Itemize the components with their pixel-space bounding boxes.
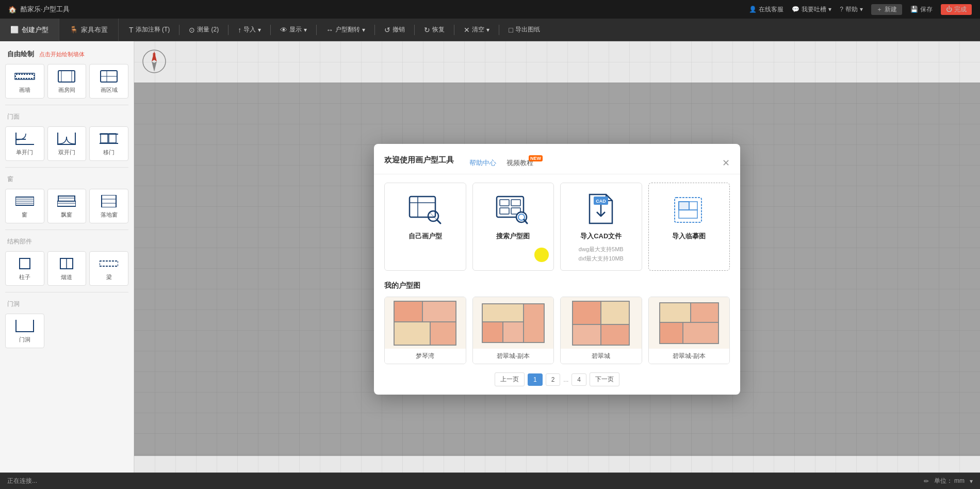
page-btn-1[interactable]: 1 (528, 373, 543, 386)
floor-plan-item[interactable]: 碧翠城-副本 (472, 297, 554, 364)
separator-1 (179, 25, 179, 35)
unit-dropdown-icon[interactable]: ▾ (970, 478, 973, 485)
bay-window-icon (55, 193, 78, 209)
import-cad-title: 导入CAD文件 (580, 232, 622, 241)
page-btn-2[interactable]: 2 (546, 373, 561, 386)
customer-service-btn[interactable]: 👤 在线客服 (749, 5, 783, 14)
sidebar-item-draw-area[interactable]: 画区域 (89, 64, 128, 99)
bay-window-label: 飘窗 (61, 211, 72, 219)
self-draw-title: 自由绘制 点击开始绘制墙体 (0, 46, 134, 61)
clear-btn[interactable]: ✕ 清空 ▾ (459, 23, 495, 36)
floor-window-icon (97, 193, 120, 209)
page-btn-4[interactable]: 4 (571, 373, 586, 386)
floor-plan-item[interactable]: 碧翠城-副本 (648, 297, 730, 364)
svg-rect-8 (15, 133, 17, 145)
sidebar-item-draw-wall[interactable]: 画墙 (5, 64, 44, 99)
sidebar-item-bay-window[interactable]: 飘窗 (47, 189, 87, 223)
sidebar: 自由绘制 点击开始绘制墙体 画墙 (0, 41, 134, 472)
canvas-area[interactable]: N 欢迎使用画户型工具 帮助中心 视频教程 NEW ✕ (134, 41, 980, 472)
feedback-btn[interactable]: 💬 我要吐槽 ▾ (792, 5, 831, 14)
display-dropdown-icon: ▾ (304, 26, 307, 34)
import-sketch-title: 导入临摹图 (672, 232, 706, 241)
new-btn[interactable]: ＋ 新建 (871, 4, 902, 15)
sidebar-item-window[interactable]: 窗 (5, 189, 44, 223)
section-title-window: 窗 (0, 171, 134, 186)
floor-plan-name-2: 碧翠城-副本 (473, 349, 554, 364)
annotate-btn[interactable]: T 添加注释 (T) (124, 23, 175, 36)
flipplan-btn[interactable]: ↔ 户型翻转 ▾ (321, 23, 370, 36)
sidebar-item-sliding-door[interactable]: 移门 (89, 126, 128, 161)
svg-rect-78 (503, 322, 523, 342)
tab-create[interactable]: ⬜ 创建户型 (0, 19, 59, 41)
tab-furniture[interactable]: 🪑 家具布置 (59, 19, 119, 41)
help-btn[interactable]: ? 帮助 ▾ (840, 5, 863, 14)
modal-tab-video[interactable]: 视频教程 NEW (507, 158, 533, 173)
wall-items: 画墙 画房间 (0, 61, 134, 102)
tab-furniture-icon: 🪑 (70, 26, 78, 34)
floor-plan-grid: 梦琴湾 (384, 297, 730, 364)
display-btn[interactable]: 👁 显示 ▾ (275, 23, 312, 36)
draw-wall-label: 画墙 (19, 86, 30, 94)
floor-plan-item[interactable]: 梦琴湾 (384, 297, 466, 364)
restore-btn[interactable]: ↻ 恢复 (419, 23, 450, 36)
beam-label: 梁 (106, 273, 112, 281)
main-layout: 自由绘制 点击开始绘制墙体 画墙 (0, 41, 980, 472)
my-plans-title: 我的户型图 (384, 281, 730, 290)
title-bar-left: 🏠 酷家乐·户型工具 (8, 5, 70, 14)
svg-rect-66 (395, 302, 422, 321)
single-door-label: 单开门 (16, 149, 33, 156)
unit-label: 单位： mm (934, 477, 965, 485)
sidebar-item-beam[interactable]: 梁 (89, 251, 128, 286)
new-badge: NEW (529, 155, 543, 161)
svg-rect-9 (15, 144, 34, 145)
window-label: 窗 (22, 211, 27, 219)
option-search-plan[interactable]: 搜索户型图 (472, 183, 554, 271)
export-btn[interactable]: □ 导出图纸 (503, 23, 545, 36)
prev-page-btn[interactable]: 上一页 (495, 372, 525, 386)
svg-rect-31 (100, 261, 118, 266)
option-cards: 自己画户型 (384, 183, 730, 271)
sidebar-item-single-door[interactable]: 单开门 (5, 126, 44, 161)
floor-plan-thumb-1 (385, 297, 466, 349)
help-icon: ? (840, 6, 843, 13)
option-import-sketch[interactable]: 导入临摹图 (648, 183, 730, 271)
section-title-doorway: 门洞 (0, 296, 134, 311)
floor-plan-name-3: 碧翠城 (561, 349, 642, 364)
save-btn[interactable]: 💾 保存 (910, 5, 933, 14)
import-cad-icon: CAD (580, 192, 622, 227)
doorway-icon (13, 318, 36, 334)
svg-rect-48 (500, 208, 509, 214)
svg-rect-75 (483, 304, 523, 321)
svg-rect-0 (15, 74, 34, 78)
sidebar-item-double-door[interactable]: 双开门 (47, 126, 87, 161)
complete-btn[interactable]: ⏻ 完成 (941, 4, 972, 15)
floor-plan-name-4: 碧翠城-副本 (649, 349, 730, 364)
draw-own-title: 自己画户型 (409, 232, 442, 241)
svg-rect-86 (573, 325, 600, 345)
floor-window-label: 落地窗 (101, 211, 118, 219)
display-icon: 👁 (280, 26, 287, 34)
sidebar-item-pillar[interactable]: 柱子 (5, 251, 44, 286)
measure-btn[interactable]: ⊙ 测量 (2) (184, 23, 224, 36)
import-dropdown-icon: ▾ (258, 26, 261, 34)
modal-tab-help[interactable]: 帮助中心 (469, 158, 496, 173)
svg-rect-15 (101, 134, 108, 143)
modal-close-btn[interactable]: ✕ (722, 157, 730, 174)
clear-icon: ✕ (464, 26, 470, 34)
option-draw-own[interactable]: 自己画户型 (384, 183, 466, 271)
sidebar-item-floor-window[interactable]: 落地窗 (89, 189, 128, 223)
sidebar-item-draw-room[interactable]: 画房间 (47, 64, 87, 99)
next-page-btn[interactable]: 下一页 (590, 372, 619, 386)
sidebar-item-flue[interactable]: 烟道 (47, 251, 87, 286)
floor-plan-item[interactable]: 碧翠城 (560, 297, 642, 364)
sidebar-item-doorway[interactable]: 门洞 (5, 314, 44, 348)
svg-rect-87 (601, 325, 629, 345)
option-import-cad[interactable]: CAD 导入CAD文件 dwg最大支持5MB dxf最大支持10MB (560, 183, 642, 271)
import-btn[interactable]: ↑ 导入 ▾ (233, 23, 266, 36)
customer-service-icon: 👤 (749, 6, 757, 13)
undo-btn[interactable]: ↺ 撤销 (379, 23, 410, 36)
separator-8 (499, 25, 499, 35)
double-door-icon (55, 131, 78, 146)
app-title: 酷家乐·户型工具 (21, 5, 70, 14)
svg-text:CAD: CAD (596, 199, 607, 204)
